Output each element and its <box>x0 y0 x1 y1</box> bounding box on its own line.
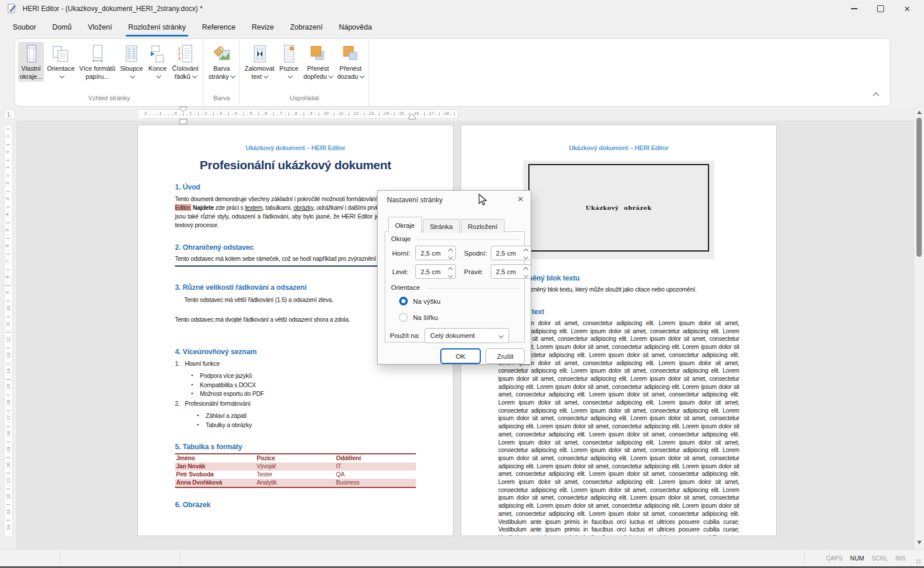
scroll-up-icon[interactable] <box>917 111 922 114</box>
bullet-list-item: •Tabulky a obrázky <box>175 422 416 428</box>
vertical-scrollbar[interactable] <box>914 108 924 549</box>
ribbon-button-vice-formatu-papiru[interactable]: Více formátůpapíru... <box>78 42 117 82</box>
ruler-tick: 1 <box>159 111 162 116</box>
bullet-icon: • <box>197 422 206 428</box>
vertical-ruler[interactable]: 1012345678910111213141516171819202122232… <box>0 121 16 549</box>
ribbon-button-cislovani-radku[interactable]: 123Číslovánířádků <box>170 42 200 82</box>
window-controls: ✕ <box>841 0 921 17</box>
spinner-down-icon[interactable] <box>523 254 528 258</box>
bring-forward-icon <box>308 44 328 64</box>
ruler-tick: 15 <box>6 384 11 389</box>
close-icon: ✕ <box>904 5 911 13</box>
ruler-tick <box>172 114 173 115</box>
image-placeholder[interactable]: Ukázkový obrázek <box>523 161 714 259</box>
ruler-tick: 5 <box>250 111 252 116</box>
ruler-tick <box>270 114 271 115</box>
ribbon-button-vlastni-okraje[interactable]: Vlastníokraje... <box>18 42 44 82</box>
wrap-text-icon <box>250 44 269 64</box>
spinner-down-icon[interactable] <box>523 272 528 277</box>
right-indent-marker[interactable] <box>408 114 416 119</box>
status-indicator-num: NUM <box>850 555 864 562</box>
menu-tab-revize[interactable]: Revize <box>243 17 282 37</box>
scrollbar-thumb[interactable] <box>916 118 922 257</box>
spinner-down-icon[interactable] <box>448 272 452 277</box>
dialog-tab-rozlozeni[interactable]: Rozložení <box>461 219 505 233</box>
left-indent-marker[interactable] <box>180 119 187 125</box>
spinner-up-icon[interactable] <box>523 249 528 253</box>
menu-tab-vlozeni[interactable]: Vložení <box>80 17 120 37</box>
spinner-up-icon[interactable] <box>448 267 452 272</box>
spinner-up-icon[interactable] <box>448 249 452 253</box>
spinner-down-icon[interactable] <box>448 254 452 258</box>
ok-button[interactable]: OK <box>440 348 481 364</box>
apply-to-select[interactable]: Celý dokument <box>425 328 509 343</box>
ruler-tick <box>165 114 165 115</box>
resize-grip[interactable] <box>916 559 921 564</box>
app-logo-icon <box>7 3 17 14</box>
first-line-indent-marker[interactable] <box>180 107 187 112</box>
ruler-tick <box>6 442 10 442</box>
menu-tab-reference[interactable]: Reference <box>194 17 244 37</box>
ribbon-button-orientace[interactable]: Orientace <box>45 42 76 82</box>
text-run-underline: textem <box>245 204 262 211</box>
maximize-icon <box>877 5 884 12</box>
svg-text:3: 3 <box>178 56 181 61</box>
spinner-up-icon[interactable] <box>523 267 528 272</box>
ruler-tick: 0 <box>174 111 177 116</box>
ribbon-button-sloupce[interactable]: Sloupce <box>118 42 145 82</box>
ribbon-button-konce[interactable]: Konce <box>146 42 169 82</box>
page-setup-dialog[interactable]: Nastavení stránky ✕ OkrajeStránkaRozlože… <box>377 190 531 365</box>
tab-stop-selector[interactable]: L <box>3 109 15 119</box>
radio-na-vysku[interactable]: Na výšku <box>399 297 440 305</box>
dialog-tab-okraje[interactable]: Okraje <box>388 217 422 233</box>
ruler-tick: 2 <box>204 111 207 116</box>
ruler-tick <box>149 114 150 115</box>
ribbon-button-barva-stranky[interactable]: Barvastránky <box>207 42 236 82</box>
chevron-down-icon <box>192 73 196 78</box>
table-cell: Jan Novák <box>175 463 255 471</box>
ruler-tick <box>168 114 169 115</box>
ribbon-button-prenest-dozadu[interactable]: Přenéstdozadu <box>335 42 366 82</box>
ruler-tick <box>349 112 349 116</box>
margin-input-horni[interactable]: 2,5 cm <box>415 246 456 260</box>
close-button[interactable]: ✕ <box>894 0 921 17</box>
menu-tab-domu[interactable]: Domů <box>44 17 79 37</box>
bullet-list: •Záhlaví a zápatí•Tabulky a obrázky <box>175 413 416 428</box>
ruler-tick: 8 <box>295 111 297 116</box>
ruler-tick: 10 <box>324 111 328 116</box>
group-divider <box>427 288 520 289</box>
horizontal-ruler[interactable]: 210123456789101112131415161718 <box>17 108 914 121</box>
ruler-tick <box>345 114 346 115</box>
cancel-button[interactable]: Zrušit <box>485 348 525 364</box>
ruler-tick: 0 <box>5 151 10 153</box>
table-header-row: JménoPoziceOddělení <box>175 454 416 463</box>
ruler-tick: 11 <box>339 111 344 116</box>
multilevel-list: 1.Hlavní funkce•Podpora více jazyků•Komp… <box>175 360 416 428</box>
ruler-tick <box>288 112 289 116</box>
orientation-group-label: Orientace <box>391 284 423 291</box>
menu-tab-napoveda[interactable]: Nápověda <box>331 17 380 37</box>
ruler-tick <box>228 112 229 116</box>
ruler-tick <box>247 114 248 115</box>
dialog-close-icon[interactable]: ✕ <box>517 195 524 203</box>
scroll-down-icon[interactable] <box>917 541 922 544</box>
dialog-tab-stranka[interactable]: Stránka <box>423 219 460 233</box>
menu-tab-soubor[interactable]: Soubor <box>5 17 44 37</box>
radio-na-sirku[interactable]: Na šířku <box>399 313 438 322</box>
minimize-button[interactable] <box>841 0 867 17</box>
ruler-tick <box>334 112 334 116</box>
menu-tab-rozlozeni-stranky[interactable]: Rozložení stránky <box>120 17 193 37</box>
maximize-button[interactable] <box>867 0 894 17</box>
ribbon-button-pozice[interactable]: Pozice <box>277 42 301 82</box>
margin-input-leve[interactable]: 2,5 cm <box>415 264 456 279</box>
ruler-tick <box>394 112 395 116</box>
menu-tab-zobrazeni[interactable]: Zobrazení <box>282 17 331 37</box>
ruler-tick <box>6 473 10 474</box>
margin-input-spodni[interactable]: 2,5 cm <box>491 246 531 260</box>
ribbon-button-prenest-dopredu[interactable]: Přenéstdopředu <box>302 42 334 82</box>
ruler-tick: 12 <box>354 111 359 116</box>
orientation-icon <box>51 44 71 64</box>
ribbon-group-label: Uspořádat <box>240 92 368 106</box>
ribbon-button-zalomovat-text[interactable]: Zalomovattext <box>243 42 276 82</box>
margin-input-prave[interactable]: 2,5 cm <box>491 264 531 279</box>
